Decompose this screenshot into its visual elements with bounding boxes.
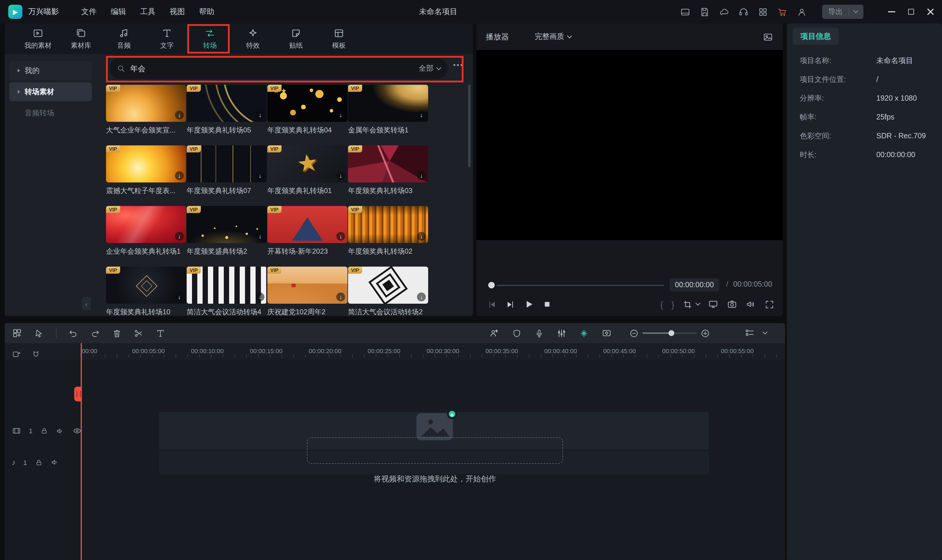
sidebar-item-audio-transitions[interactable]: 音频转场 bbox=[9, 103, 92, 122]
minimize-button[interactable] bbox=[888, 11, 895, 12]
layout-panels-icon[interactable] bbox=[680, 7, 690, 17]
download-icon[interactable]: ↓ bbox=[175, 111, 184, 120]
transition-thumbnail[interactable]: VIP ↓ bbox=[267, 206, 347, 243]
close-button[interactable] bbox=[927, 8, 934, 15]
transition-item[interactable]: VIP ↓ 年度颁奖典礼转场03 bbox=[348, 145, 428, 196]
track-manager[interactable] bbox=[745, 323, 767, 343]
transition-item[interactable]: VIP ↓ 大气企业年会颁奖宣... bbox=[106, 85, 186, 135]
mute-speaker-icon[interactable] bbox=[56, 426, 65, 435]
transition-thumbnail[interactable]: VIP ↓ bbox=[348, 85, 428, 122]
download-icon[interactable]: ↓ bbox=[336, 171, 345, 180]
transition-thumbnail[interactable]: VIP ↓ bbox=[187, 267, 267, 304]
mark-in-icon[interactable]: { bbox=[660, 299, 663, 309]
tab-stickers[interactable]: 贴纸 bbox=[274, 23, 318, 54]
search-input[interactable] bbox=[130, 64, 419, 73]
dual-monitor-icon[interactable] bbox=[708, 299, 718, 309]
mask-shield-icon[interactable] bbox=[512, 328, 522, 338]
transition-item[interactable]: VIP ↓ 企业年会颁奖典礼转场1 bbox=[106, 206, 186, 257]
export-button[interactable]: 导出 bbox=[822, 5, 863, 19]
cart-icon[interactable] bbox=[777, 7, 788, 17]
media-bin-icon[interactable] bbox=[12, 328, 22, 338]
tab-project-info[interactable]: 项目信息 bbox=[793, 28, 839, 45]
grid-scrollbar[interactable] bbox=[468, 85, 470, 167]
sidebar-collapse-handle[interactable]: ‹ bbox=[82, 297, 91, 310]
transition-thumbnail[interactable]: VIP ↓ bbox=[348, 206, 428, 243]
cloud-icon[interactable] bbox=[719, 7, 729, 17]
apps-grid-icon[interactable] bbox=[758, 7, 768, 17]
transition-thumbnail[interactable]: VIP ↓ bbox=[106, 206, 186, 243]
support-headset-icon[interactable] bbox=[738, 7, 749, 17]
menu-item[interactable]: 工具 bbox=[133, 0, 163, 23]
video-preview[interactable] bbox=[476, 50, 783, 240]
menu-item[interactable]: 编辑 bbox=[104, 0, 133, 23]
zoom-in-icon[interactable] bbox=[700, 328, 710, 338]
menu-item[interactable]: 视图 bbox=[163, 0, 192, 23]
download-icon[interactable]: ↓ bbox=[256, 171, 264, 180]
transition-item[interactable]: VIP ↓ 简洁大气会议活动转场2 bbox=[348, 267, 428, 317]
download-icon[interactable]: ↓ bbox=[175, 232, 184, 241]
select-cursor-icon[interactable] bbox=[34, 328, 44, 338]
download-icon[interactable]: ↓ bbox=[417, 111, 426, 120]
transition-thumbnail[interactable]: VIP ↓ bbox=[348, 145, 428, 182]
fullscreen-icon[interactable] bbox=[765, 299, 774, 309]
add-track-icon[interactable] bbox=[12, 349, 21, 359]
zoom-out-icon[interactable] bbox=[629, 328, 639, 338]
transition-item[interactable]: VIP ↓ 年度颁奖典礼转场07 bbox=[187, 145, 267, 196]
mute-speaker-icon[interactable] bbox=[50, 458, 59, 467]
transition-item[interactable]: VIP ↓ 年度颁奖典礼转场05 bbox=[187, 85, 267, 135]
transition-thumbnail[interactable]: VIP ↓ bbox=[106, 267, 186, 304]
maximize-button[interactable] bbox=[908, 9, 914, 15]
tab-transitions[interactable]: 转场 bbox=[188, 23, 231, 54]
download-icon[interactable]: ↓ bbox=[256, 111, 264, 120]
tab-my-media[interactable]: 我的素材 bbox=[17, 23, 60, 54]
snapshot-camera-icon[interactable] bbox=[727, 299, 737, 309]
split-scissors-icon[interactable] bbox=[134, 328, 144, 338]
transition-thumbnail[interactable]: VIP ↓ bbox=[106, 85, 186, 122]
volume-icon[interactable] bbox=[746, 299, 756, 309]
menu-item[interactable]: 文件 bbox=[74, 0, 104, 23]
magnet-snap-icon[interactable] bbox=[31, 349, 41, 359]
transition-item[interactable]: VIP ↓ 震撼大气粒子年度表... bbox=[106, 145, 186, 196]
timeline-ruler[interactable]: 00:0000:00:05:0000:00:10:0000:00:15:0000… bbox=[5, 343, 785, 360]
transition-thumbnail[interactable]: VIP ↓ bbox=[348, 267, 428, 304]
download-icon[interactable]: ↓ bbox=[175, 292, 184, 302]
search-bar[interactable]: 全部 bbox=[109, 58, 447, 79]
media-drop-zone[interactable] bbox=[307, 437, 563, 464]
transition-thumbnail[interactable]: VIP ↓ bbox=[187, 206, 267, 243]
transition-item[interactable]: VIP ↓ 年度颁奖典礼转场02 bbox=[348, 206, 428, 257]
transition-thumbnail[interactable]: VIP ↓ bbox=[267, 85, 347, 122]
transition-item[interactable]: VIP ↓ 年度颁奖典礼转场04 bbox=[267, 85, 347, 135]
progress-knob[interactable] bbox=[488, 282, 495, 288]
ai-portrait-icon[interactable] bbox=[489, 328, 500, 338]
redo-icon[interactable] bbox=[90, 328, 100, 338]
next-frame-icon[interactable] bbox=[505, 299, 515, 309]
previous-frame-icon[interactable] bbox=[487, 299, 497, 309]
transition-item[interactable]: VIP ↓ 简洁大气会议活动转场4 bbox=[187, 267, 267, 317]
menu-item[interactable]: 帮助 bbox=[192, 0, 222, 23]
download-icon[interactable]: ↓ bbox=[417, 292, 426, 302]
zoom-slider[interactable] bbox=[643, 332, 697, 334]
download-icon[interactable]: ↓ bbox=[256, 292, 264, 302]
transition-thumbnail[interactable]: VIP ↓ bbox=[187, 85, 267, 122]
play-icon[interactable] bbox=[524, 299, 534, 309]
quality-dropdown[interactable]: 完整画质 bbox=[535, 32, 571, 42]
lock-icon[interactable] bbox=[40, 427, 48, 435]
download-icon[interactable]: ↓ bbox=[175, 171, 184, 180]
mark-out-icon[interactable]: } bbox=[671, 299, 674, 309]
add-media-plus-icon[interactable]: + bbox=[447, 409, 457, 419]
download-icon[interactable]: ↓ bbox=[336, 111, 345, 120]
tab-templates[interactable]: 模板 bbox=[318, 23, 361, 54]
playhead-line[interactable] bbox=[81, 343, 82, 560]
lock-icon[interactable] bbox=[34, 458, 43, 466]
download-icon[interactable]: ↓ bbox=[417, 171, 426, 180]
download-icon[interactable]: ↓ bbox=[417, 232, 426, 241]
ripple-edit-icon[interactable] bbox=[601, 328, 612, 338]
undo-icon[interactable] bbox=[68, 328, 78, 338]
record-voiceover-icon[interactable] bbox=[534, 328, 544, 338]
transition-thumbnail[interactable]: VIP ↓ bbox=[187, 145, 267, 182]
transition-thumbnail[interactable]: VIP ↓ bbox=[267, 145, 347, 182]
tab-audio[interactable]: 音频 bbox=[102, 23, 145, 54]
crop-ratio-icon[interactable] bbox=[683, 299, 700, 309]
transition-item[interactable]: VIP ↓ 年度颁奖盛典转场2 bbox=[187, 206, 267, 257]
transition-item[interactable]: VIP ↓ 开幕转场-新年2023 bbox=[267, 206, 347, 257]
